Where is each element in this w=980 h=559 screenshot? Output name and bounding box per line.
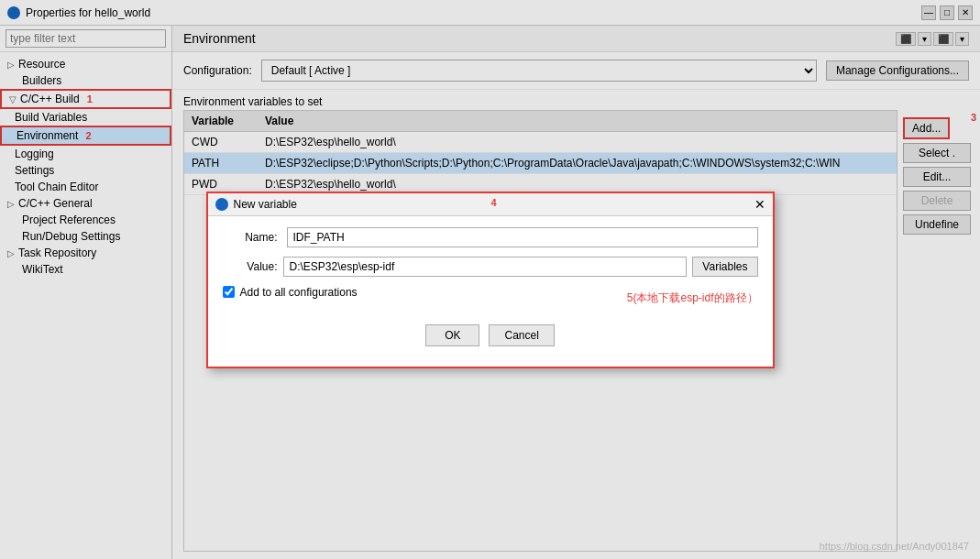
dialog-annotation: 5(本地下载esp-idf的路径）: [627, 290, 758, 306]
variables-btn[interactable]: Variables: [692, 257, 757, 277]
main-container: ▷ Resource Builders ▽ C/C++ Build 1 Buil…: [0, 26, 980, 559]
value-label: Value:: [223, 260, 278, 273]
checkbox-label: Add to all configurations: [240, 286, 358, 299]
dialog-footer: OK Cancel: [223, 321, 758, 356]
value-row: Value: Variables: [223, 257, 758, 277]
right-panel: Environment ⬛ ▾ ⬛ ▾ Configuration: Defau…: [172, 26, 980, 559]
name-label: Name:: [223, 231, 278, 244]
dialog-app-icon: [215, 198, 228, 211]
name-input[interactable]: [287, 227, 758, 247]
new-variable-dialog: New variable 4 ✕ Name: Value: Variables: [206, 192, 775, 368]
dialog-title-bar: New variable 4 ✕: [208, 193, 773, 216]
dialog-overlay: New variable 4 ✕ Name: Value: Variables: [0, 0, 980, 559]
dialog-title-left: New variable: [215, 198, 297, 211]
dialog-title-text: New variable: [234, 198, 297, 211]
badge-4: 4: [490, 197, 496, 208]
value-input[interactable]: [283, 257, 688, 277]
checkbox-annotation-row: Add to all configurations 5(本地下载esp-idf的…: [223, 286, 758, 312]
dialog-close-btn[interactable]: ✕: [754, 197, 765, 212]
ok-btn[interactable]: OK: [425, 324, 479, 346]
cancel-btn[interactable]: Cancel: [489, 324, 554, 346]
checkbox-row: Add to all configurations: [223, 286, 358, 299]
name-row: Name:: [223, 227, 758, 247]
dialog-body: Name: Value: Variables Add to all config…: [208, 216, 773, 367]
add-to-all-checkbox[interactable]: [223, 286, 235, 298]
